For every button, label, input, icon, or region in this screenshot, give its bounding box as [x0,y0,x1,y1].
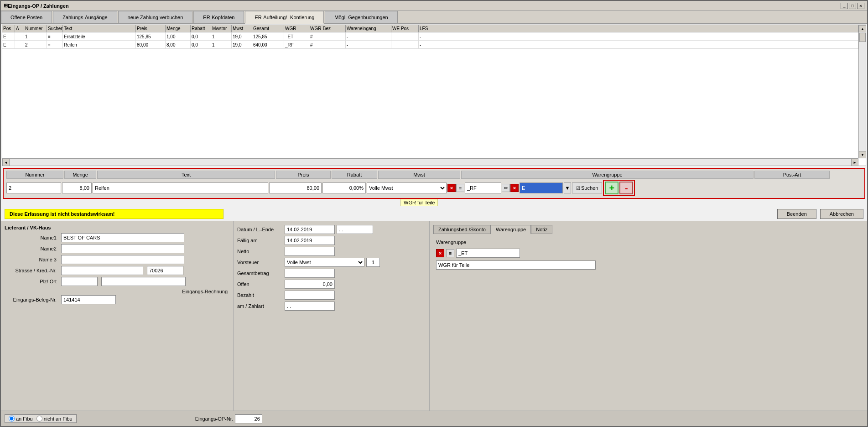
tab-moegl-gegenbuchungen[interactable]: Mögl. Gegenbuchungen [325,11,397,23]
cell-wareneing-2: - [346,41,391,49]
scroll-up-button[interactable]: ▲ [859,25,866,32]
title-icon: ⊞ [4,3,8,9]
radio-an-fibu-label[interactable]: an Fibu [9,416,33,422]
wg-code-input[interactable] [456,249,520,258]
tab-warengruppe[interactable]: Warengruppe [491,225,531,234]
bottom-bar: an Fibu nicht an Fibu Eingangs-OP-Nr. [1,411,867,426]
plz-input[interactable] [61,277,98,286]
abbrechen-button[interactable]: Abbrechen [820,209,863,219]
cell-num-1: 1 [24,32,47,41]
cell-mwstnr-1: 1 [211,32,232,41]
tab-bar: Offene Posten Zahlungs-Ausgänge neue Zah… [1,11,867,24]
vorsteuer-num-input[interactable] [366,258,380,267]
horizontal-scrollbar[interactable]: ◄ ► [2,158,858,166]
tab-er-kopfdaten[interactable]: ER-Kopfdaten [193,11,244,23]
warning-action-row: Diese Erfassung ist nicht bestandswirksa… [1,205,867,221]
radio-nicht-an-fibu-label[interactable]: nicht an Fibu [36,416,73,422]
col-rabatt-header: Rabatt [191,25,211,32]
wg-clear-button[interactable]: × [436,249,444,257]
tab-notiz[interactable]: Notiz [531,225,552,234]
datum-row-4: Vorsteuer Volle Mwst [237,258,426,267]
posart-clear-button[interactable]: × [510,184,519,192]
add-remove-group: + - [603,180,635,196]
tab-zahlungsbed[interactable]: Zahlungsbed./Skonto [433,225,491,234]
main-content: Pos A Nummer Suchen Text Preis Menge Rab… [1,24,867,426]
wg-label-input[interactable] [436,260,596,270]
close-button[interactable]: × [857,3,864,9]
vorsteuer-dropdown[interactable]: Volle Mwst [285,258,364,267]
offen-input[interactable] [285,280,335,289]
op-nr-input[interactable] [235,414,262,423]
amzahlart-input[interactable] [285,302,335,311]
edit-header-preis: Preis [276,171,331,179]
tab-offene-posten[interactable]: Offene Posten [1,11,52,23]
ort-input[interactable] [101,277,186,286]
wgr-clear-button[interactable]: × [447,184,456,192]
form-row-plz: Plz/ Ort [5,277,229,286]
edit-header-nummer: Nummer [6,171,63,179]
name3-label: Name 3 [5,257,59,262]
edit-nummer-input[interactable] [6,182,61,193]
plz-label: Plz/ Ort [5,279,59,284]
cell-mwstnr-2: 1 [211,41,232,49]
wg-list-button[interactable]: ≡ [446,249,454,257]
datum2-input[interactable] [337,225,373,234]
radio-nicht-an-fibu[interactable] [36,416,42,422]
col-gesamt-header: Gesamt [252,25,284,32]
col-mwst-header: Mwst [232,25,252,32]
scroll-thumb[interactable] [859,33,866,42]
cell-rabatt-2: 0,0 [191,41,211,49]
name1-input[interactable] [61,233,184,242]
edit-mwst-dropdown[interactable]: Volle Mwst [367,182,447,193]
col-wareneingang-header: Wareneingang [346,25,391,32]
scroll-track-h [10,159,851,166]
gesamtbetrag-input[interactable] [285,269,335,278]
suchen-button[interactable]: ☑ Suchen [572,182,602,193]
name2-input[interactable] [61,244,184,253]
scroll-left-button[interactable]: ◄ [2,159,10,166]
scroll-down-button[interactable]: ▼ [859,151,866,158]
tab-er-aufteilung[interactable]: ER-Aufteilung/ -Kontierung [245,11,324,24]
table-row[interactable]: E 2 ≡ Reifen 80,00 8,00 0,0 1 19,0 640,0… [2,41,858,49]
beenden-button[interactable]: Beenden [777,209,816,219]
wgr-list-button[interactable]: ≡ [456,184,464,192]
strasse-input[interactable] [61,266,143,275]
table-row[interactable]: E 1 ≡ Ersatzteile 125,85 1,00 0,0 1 19,0… [2,32,858,41]
cell-suchen-2[interactable]: ≡ [47,41,63,49]
faellig-input[interactable] [285,236,335,245]
edit-text-input[interactable] [93,182,268,193]
edit-preis-input[interactable] [269,182,322,193]
edit-menge-input[interactable] [62,182,92,193]
maximize-button[interactable]: □ [849,3,856,9]
remove-row-button[interactable]: - [619,182,633,194]
beleg-input[interactable] [61,295,116,304]
scroll-right-button[interactable]: ► [851,159,858,166]
vorsteuer-label: Vorsteuer [237,260,283,265]
netto-input[interactable] [285,247,335,256]
cell-text-1: Ersatzteile [63,32,136,41]
vertical-scrollbar[interactable]: ▲ ▼ [858,25,866,158]
cell-text-2: Reifen [63,41,136,49]
name3-input[interactable] [61,255,184,264]
beleg-label: Eingangs-Beleg-Nr. [5,297,59,302]
add-row-button[interactable]: + [605,182,619,194]
datum-input[interactable] [285,225,335,234]
cell-wgr-1: _ET [284,32,309,41]
form-row-beleg: Eingangs-Beleg-Nr. [5,295,229,304]
tab-neue-zahlung[interactable]: neue Zahlung verbuchen [118,11,193,23]
kred-input[interactable] [147,266,183,275]
cell-art-1 [15,32,24,41]
bezahlt-input[interactable] [285,291,335,300]
radio-an-fibu[interactable] [9,416,15,422]
edit-posart-input[interactable] [520,182,563,193]
minimize-button[interactable]: _ [841,3,848,9]
datum-panel: Datum / L.-Ende Fällig am Netto Vorsteue… [234,221,430,411]
edit-rabatt-input[interactable] [322,182,366,193]
name1-label: Name1 [5,235,59,240]
col-wgrbez-header: WGR-Bez [309,25,346,32]
posart-dropdown-button[interactable]: ▼ [564,182,571,193]
wgr-edit-button[interactable]: ✏ [502,184,510,192]
cell-suchen-1[interactable]: ≡ [47,32,63,41]
tab-zahlungs-ausgaenge[interactable]: Zahlungs-Ausgänge [53,11,117,23]
wgr-code-input[interactable] [465,182,501,193]
